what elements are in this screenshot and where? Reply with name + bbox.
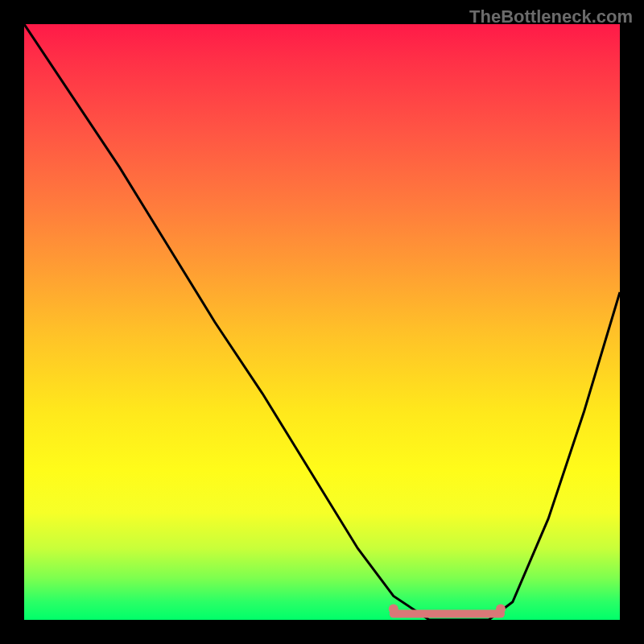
svg-point-2 [496, 605, 506, 614]
plot-area [24, 24, 620, 620]
bottleneck-curve-line [24, 24, 620, 620]
chart-container: TheBottleneck.com [0, 0, 644, 644]
watermark-text: TheBottleneck.com [469, 6, 633, 27]
curve-svg [24, 24, 620, 620]
svg-point-1 [389, 605, 398, 614]
